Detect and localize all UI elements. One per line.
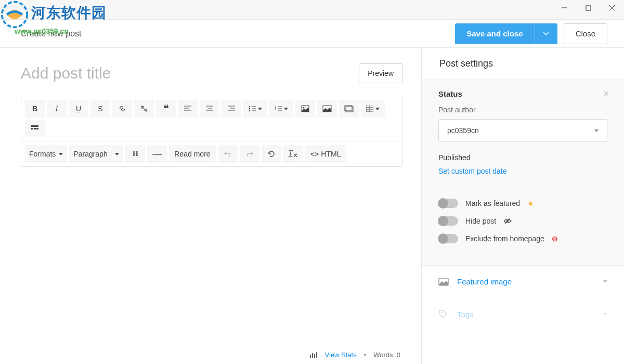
align-right-button[interactable] <box>222 100 241 118</box>
preview-button[interactable]: Preview <box>359 63 402 83</box>
save-and-close-button[interactable]: Save and close <box>455 23 557 44</box>
strikethrough-icon: S <box>98 105 102 113</box>
editor-footer: View Stats • Words: 0 <box>21 351 402 359</box>
align-center-icon <box>206 106 213 112</box>
clear-formatting-button[interactable]: T✕ <box>283 145 303 163</box>
underline-icon: U <box>76 105 81 113</box>
save-dropdown-toggle[interactable] <box>535 23 557 44</box>
chevron-down-icon <box>543 32 549 35</box>
html-label: HTML <box>321 150 341 158</box>
tag-icon <box>438 309 449 319</box>
chevron-down-icon <box>115 153 119 155</box>
insert-media-button[interactable] <box>295 100 315 118</box>
readmore-button[interactable]: Read more <box>169 145 215 163</box>
unordered-list-button[interactable] <box>243 100 267 118</box>
chevron-down-icon <box>594 129 599 132</box>
insert-table-button[interactable] <box>361 100 385 118</box>
status-panel-close[interactable]: ✕ <box>603 89 609 98</box>
close-button[interactable]: Close <box>564 23 607 44</box>
separator-dot: • <box>364 351 367 359</box>
mark-featured-toggle[interactable] <box>438 199 458 208</box>
image-icon <box>322 105 332 112</box>
align-right-icon <box>228 106 235 112</box>
svg-rect-41 <box>316 352 317 358</box>
unlink-icon <box>140 105 148 113</box>
minimize-icon <box>561 5 567 11</box>
redo-button[interactable] <box>240 145 259 163</box>
tags-label: Tags <box>457 310 595 319</box>
svg-rect-35 <box>31 128 33 129</box>
toolbar-toggle-icon <box>31 125 38 132</box>
heading-button[interactable]: H <box>125 145 145 163</box>
media-icon <box>301 105 309 112</box>
link-icon <box>118 105 126 113</box>
status-panel-title: Status <box>438 89 607 98</box>
exclude-homepage-label: Exclude from homepage <box>465 235 544 243</box>
undo-button[interactable] <box>218 145 238 163</box>
bold-button[interactable]: B <box>25 100 45 118</box>
code-icon: <> <box>310 150 319 158</box>
window-minimize-button[interactable] <box>552 0 576 16</box>
insert-image-button[interactable] <box>317 100 337 118</box>
strikethrough-button[interactable]: S <box>90 100 110 118</box>
align-center-button[interactable] <box>200 100 219 118</box>
window-close-button[interactable] <box>600 0 624 16</box>
post-author-select[interactable]: pc0359cn <box>438 119 607 142</box>
paragraph-dropdown[interactable]: Paragraph <box>69 145 123 163</box>
link-button[interactable] <box>112 100 132 118</box>
post-settings-sidebar: Post settings Status ✕ Post author pc035… <box>421 48 624 364</box>
exclude-homepage-toggle[interactable] <box>438 234 458 243</box>
window-titlebar <box>0 0 624 20</box>
insert-gallery-button[interactable] <box>339 100 359 118</box>
app-header: Create new post Save and close Close <box>0 20 624 48</box>
svg-point-14 <box>249 106 251 108</box>
window-maximize-button[interactable] <box>576 0 600 16</box>
bold-icon: B <box>32 105 37 113</box>
unlink-button[interactable] <box>134 100 154 118</box>
svg-point-45 <box>441 312 443 314</box>
align-left-button[interactable] <box>178 100 198 118</box>
horizontal-rule-button[interactable]: — <box>147 145 167 163</box>
toggle-toolbar-button[interactable] <box>25 120 45 137</box>
set-custom-date-link[interactable]: Set custom post date <box>438 167 607 175</box>
gallery-icon <box>344 105 354 112</box>
tags-panel-toggle[interactable]: Tags <box>422 297 624 323</box>
view-stats-link[interactable]: View Stats <box>324 351 356 359</box>
list-ol-icon: 12 <box>275 106 282 112</box>
ordered-list-button[interactable]: 12 <box>269 100 293 118</box>
eye-off-icon <box>503 218 512 224</box>
underline-button[interactable]: U <box>69 100 88 118</box>
hide-post-toggle[interactable] <box>438 216 458 226</box>
featured-image-label: Featured image <box>457 277 595 286</box>
paragraph-label: Paragraph <box>73 150 107 158</box>
post-author-value: pc0359cn <box>447 126 479 135</box>
svg-rect-40 <box>314 354 315 358</box>
chevron-down-icon <box>284 108 288 110</box>
svg-rect-2 <box>586 6 591 10</box>
editor-toolbar: B I U S ❝ <box>21 96 402 167</box>
maximize-icon <box>586 5 591 11</box>
restore-icon <box>268 150 275 158</box>
table-icon <box>366 106 373 112</box>
svg-rect-36 <box>34 128 36 129</box>
minus-circle-icon: ⊖ <box>552 235 558 243</box>
blockquote-button[interactable]: ❝ <box>156 100 176 118</box>
formats-dropdown[interactable]: Formats <box>25 145 67 163</box>
clear-format-icon: T✕ <box>289 149 298 159</box>
save-button-label: Save and close <box>455 29 534 38</box>
post-title-input[interactable] <box>21 64 350 82</box>
editor-content-area[interactable] <box>21 167 402 348</box>
html-source-button[interactable]: <> HTML <box>305 145 346 163</box>
featured-image-panel-toggle[interactable]: Featured image <box>422 265 624 297</box>
status-panel: Status ✕ Post author pc0359cn Published … <box>422 80 624 265</box>
chevron-down-icon <box>603 280 607 283</box>
formats-label: Formats <box>29 150 56 158</box>
svg-rect-34 <box>31 125 38 127</box>
italic-button[interactable]: I <box>47 100 67 118</box>
redo-icon <box>246 151 253 157</box>
page-title: Create new post <box>21 29 82 38</box>
stats-icon <box>310 352 317 358</box>
restore-button[interactable] <box>262 145 281 163</box>
chevron-down-icon <box>375 108 380 110</box>
list-ul-icon <box>249 106 256 112</box>
